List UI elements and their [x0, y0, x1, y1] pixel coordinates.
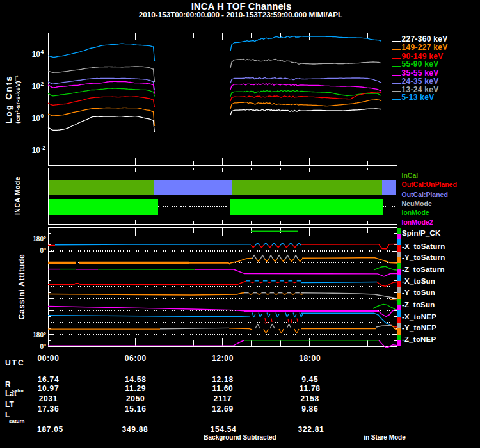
svg-text:-Z_toNEP: -Z_toNEP [402, 335, 436, 343]
svg-text:0°: 0° [40, 343, 46, 350]
svg-text:Background Subtracted: Background Subtracted [204, 434, 276, 441]
svg-text:2010-153T00:00:00.000 - 2010-1: 2010-153T00:00:00.000 - 2010-153T23:59:0… [139, 10, 342, 19]
svg-text:24-35 keV: 24-35 keV [402, 77, 439, 86]
svg-text:Spin/P_CK: Spin/P_CK [402, 229, 441, 237]
svg-text:10.97: 10.97 [38, 384, 60, 393]
svg-text:00:00: 00:00 [37, 354, 59, 363]
svg-text:Log Cnts: Log Cnts [4, 75, 13, 124]
svg-text:LT: LT [5, 400, 14, 409]
svg-text:149-227 keV: 149-227 keV [402, 43, 448, 52]
svg-text:5-13 keV: 5-13 keV [402, 93, 435, 102]
svg-text:in Stare Mode: in Stare Mode [364, 434, 406, 441]
svg-text:Lat: Lat [5, 389, 17, 398]
svg-text:INCA Mode: INCA Mode [13, 177, 21, 215]
svg-text:14.58: 14.58 [125, 375, 147, 384]
svg-text:187.05: 187.05 [37, 425, 63, 434]
svg-text:Cassini Attitude: Cassini Attitude [17, 254, 26, 320]
svg-text:0°: 0° [40, 247, 46, 254]
svg-text:2158: 2158 [301, 394, 320, 403]
svg-text:12.18: 12.18 [212, 375, 234, 384]
svg-text:17.36: 17.36 [38, 404, 60, 413]
svg-text:(cm²-sr-s-keV)¯¹: (cm²-sr-s-keV)¯¹ [15, 75, 21, 124]
svg-text:2: 2 [41, 81, 44, 87]
svg-text:12.69: 12.69 [212, 404, 234, 413]
svg-text:9.45: 9.45 [301, 375, 318, 384]
svg-text:349.88: 349.88 [122, 425, 148, 434]
svg-text:2050: 2050 [126, 394, 145, 403]
svg-text:0: 0 [41, 113, 44, 119]
svg-text:InCal: InCal [402, 172, 419, 179]
svg-text:10: 10 [32, 114, 41, 123]
svg-text:18:00: 18:00 [299, 354, 321, 363]
svg-text:9.86: 9.86 [301, 404, 318, 413]
svg-text:OutCal:UnPlaned: OutCal:UnPlaned [402, 180, 457, 188]
svg-text:2117: 2117 [214, 394, 232, 403]
svg-text:06:00: 06:00 [125, 354, 147, 363]
svg-text:2031: 2031 [39, 394, 58, 403]
svg-text:saturn: saturn [9, 419, 25, 424]
svg-text:10: 10 [32, 146, 41, 155]
svg-text:NeuMode: NeuMode [402, 200, 432, 207]
svg-text:11.78: 11.78 [300, 384, 321, 393]
svg-text:55-90 keV: 55-90 keV [402, 60, 439, 68]
svg-text:-Z_toSun: -Z_toSun [402, 301, 435, 308]
svg-text:IonMode: IonMode [402, 209, 429, 216]
svg-text:10: 10 [32, 82, 41, 91]
svg-text:15.16: 15.16 [125, 404, 147, 413]
svg-text:180°: 180° [33, 236, 46, 243]
svg-text:-Z_toSaturn: -Z_toSaturn [402, 266, 445, 273]
svg-text:16.74: 16.74 [38, 375, 60, 384]
svg-text:-2: -2 [41, 145, 46, 151]
svg-text:180°: 180° [33, 332, 46, 339]
svg-text:11.29: 11.29 [125, 384, 146, 393]
svg-text:R: R [5, 380, 11, 389]
svg-text:4: 4 [41, 49, 44, 55]
svg-text:322.81: 322.81 [298, 425, 324, 434]
svg-text:11.60: 11.60 [212, 384, 234, 393]
svg-text:IonMode2: IonMode2 [402, 218, 433, 226]
svg-text:154.54: 154.54 [211, 425, 237, 434]
svg-text:-Y_toSaturn: -Y_toSaturn [402, 253, 445, 261]
svg-text:-Y_toSun: -Y_toSun [402, 289, 435, 296]
svg-text:-X_toSun: -X_toSun [402, 277, 435, 285]
svg-text:10: 10 [32, 50, 41, 59]
svg-text:UTC: UTC [5, 358, 25, 367]
svg-text:-X_toSaturn: -X_toSaturn [402, 243, 445, 250]
svg-text:12:00: 12:00 [212, 354, 234, 363]
svg-text:OutCal:Planed: OutCal:Planed [402, 191, 448, 198]
svg-text:-X_toNEP: -X_toNEP [402, 313, 436, 321]
svg-text:-Y_toNEP: -Y_toNEP [402, 324, 436, 332]
